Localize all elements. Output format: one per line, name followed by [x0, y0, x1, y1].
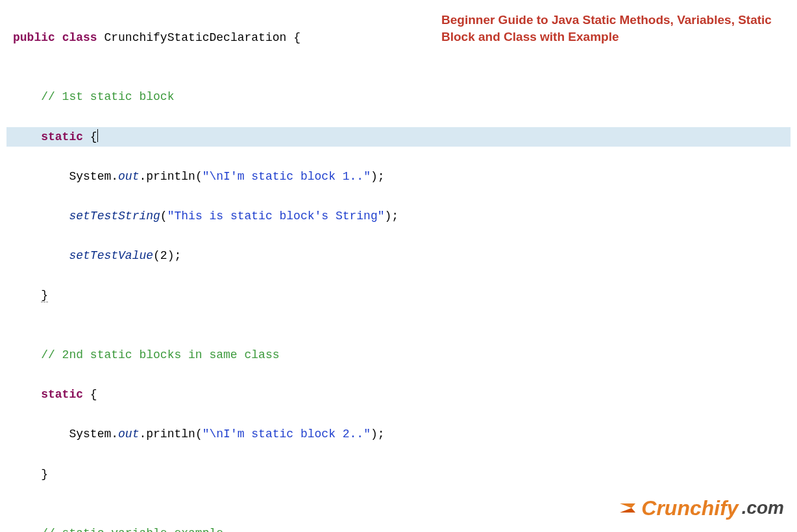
logo-suffix: .com: [742, 492, 784, 524]
code-line[interactable]: System.out.println("\nI'm static block 2…: [6, 424, 791, 444]
page-title: Beginner Guide to Java Static Methods, V…: [441, 12, 785, 45]
code-line-highlighted[interactable]: static {: [6, 127, 791, 147]
code-line[interactable]: System.out.println("\nI'm static block 1…: [6, 167, 791, 187]
code-line[interactable]: static {: [6, 385, 791, 405]
code-line[interactable]: // 2nd static blocks in same class: [6, 345, 791, 365]
crunchify-logo: Crunchify.com: [619, 490, 784, 526]
code-line[interactable]: setTestString("This is static block's St…: [6, 206, 791, 226]
code-line[interactable]: setTestValue(2);: [6, 246, 791, 266]
code-editor: public class CrunchifyStaticDeclaration …: [0, 0, 797, 532]
crunchify-icon: [619, 500, 638, 516]
code-line[interactable]: }: [6, 465, 791, 485]
code-line[interactable]: // 1st static block: [6, 87, 791, 107]
logo-brand: Crunchify: [641, 490, 738, 526]
cursor-icon: [97, 129, 98, 142]
code-line[interactable]: }: [6, 285, 791, 306]
